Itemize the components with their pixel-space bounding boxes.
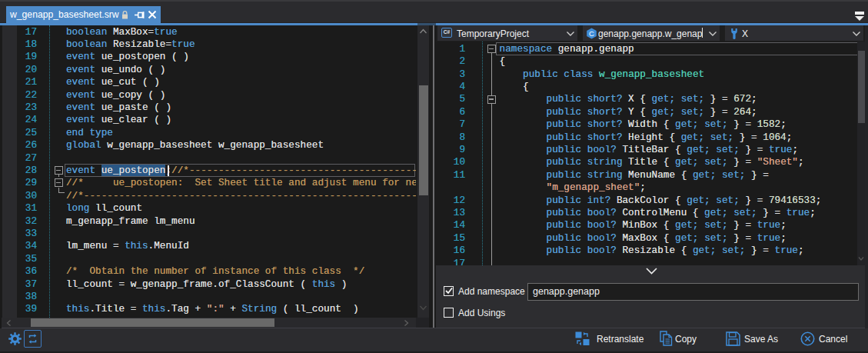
svg-text:C: C <box>589 29 594 38</box>
